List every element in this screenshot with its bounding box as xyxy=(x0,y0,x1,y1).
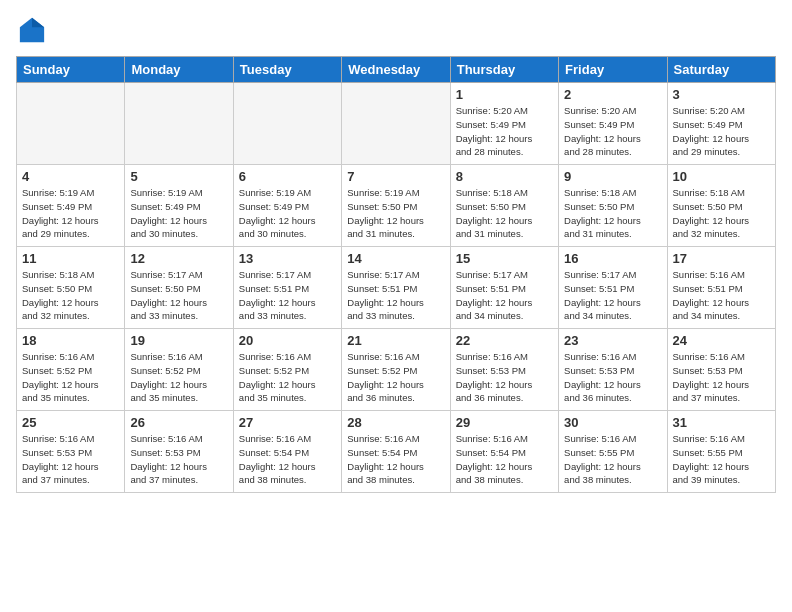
day-number: 9 xyxy=(564,169,661,184)
day-number: 8 xyxy=(456,169,553,184)
day-number: 10 xyxy=(673,169,770,184)
cell-info: Sunrise: 5:16 AMSunset: 5:53 PMDaylight:… xyxy=(22,432,119,487)
cell-info: Sunrise: 5:16 AMSunset: 5:52 PMDaylight:… xyxy=(130,350,227,405)
cell-info: Sunrise: 5:17 AMSunset: 5:51 PMDaylight:… xyxy=(347,268,444,323)
header-row: SundayMondayTuesdayWednesdayThursdayFrid… xyxy=(17,57,776,83)
day-number: 7 xyxy=(347,169,444,184)
calendar-cell: 26 Sunrise: 5:16 AMSunset: 5:53 PMDaylig… xyxy=(125,411,233,493)
cell-info: Sunrise: 5:16 AMSunset: 5:55 PMDaylight:… xyxy=(673,432,770,487)
day-number: 27 xyxy=(239,415,336,430)
week-row-3: 11 Sunrise: 5:18 AMSunset: 5:50 PMDaylig… xyxy=(17,247,776,329)
day-number: 19 xyxy=(130,333,227,348)
calendar-cell: 31 Sunrise: 5:16 AMSunset: 5:55 PMDaylig… xyxy=(667,411,775,493)
day-number: 2 xyxy=(564,87,661,102)
calendar-cell: 4 Sunrise: 5:19 AMSunset: 5:49 PMDayligh… xyxy=(17,165,125,247)
logo xyxy=(16,16,46,44)
calendar-cell: 15 Sunrise: 5:17 AMSunset: 5:51 PMDaylig… xyxy=(450,247,558,329)
cell-info: Sunrise: 5:16 AMSunset: 5:54 PMDaylight:… xyxy=(347,432,444,487)
day-number: 5 xyxy=(130,169,227,184)
col-header-tuesday: Tuesday xyxy=(233,57,341,83)
cell-info: Sunrise: 5:20 AMSunset: 5:49 PMDaylight:… xyxy=(673,104,770,159)
cell-info: Sunrise: 5:17 AMSunset: 5:51 PMDaylight:… xyxy=(564,268,661,323)
cell-info: Sunrise: 5:16 AMSunset: 5:54 PMDaylight:… xyxy=(456,432,553,487)
calendar-cell: 20 Sunrise: 5:16 AMSunset: 5:52 PMDaylig… xyxy=(233,329,341,411)
day-number: 25 xyxy=(22,415,119,430)
week-row-1: 1 Sunrise: 5:20 AMSunset: 5:49 PMDayligh… xyxy=(17,83,776,165)
calendar-cell: 30 Sunrise: 5:16 AMSunset: 5:55 PMDaylig… xyxy=(559,411,667,493)
day-number: 24 xyxy=(673,333,770,348)
calendar-cell: 9 Sunrise: 5:18 AMSunset: 5:50 PMDayligh… xyxy=(559,165,667,247)
calendar-cell: 17 Sunrise: 5:16 AMSunset: 5:51 PMDaylig… xyxy=(667,247,775,329)
cell-info: Sunrise: 5:16 AMSunset: 5:53 PMDaylight:… xyxy=(456,350,553,405)
week-row-2: 4 Sunrise: 5:19 AMSunset: 5:49 PMDayligh… xyxy=(17,165,776,247)
cell-info: Sunrise: 5:16 AMSunset: 5:52 PMDaylight:… xyxy=(22,350,119,405)
day-number: 20 xyxy=(239,333,336,348)
calendar-cell xyxy=(17,83,125,165)
calendar-cell: 13 Sunrise: 5:17 AMSunset: 5:51 PMDaylig… xyxy=(233,247,341,329)
day-number: 11 xyxy=(22,251,119,266)
cell-info: Sunrise: 5:16 AMSunset: 5:52 PMDaylight:… xyxy=(347,350,444,405)
calendar-cell xyxy=(342,83,450,165)
calendar-cell: 25 Sunrise: 5:16 AMSunset: 5:53 PMDaylig… xyxy=(17,411,125,493)
day-number: 30 xyxy=(564,415,661,430)
calendar-cell: 18 Sunrise: 5:16 AMSunset: 5:52 PMDaylig… xyxy=(17,329,125,411)
calendar-cell: 11 Sunrise: 5:18 AMSunset: 5:50 PMDaylig… xyxy=(17,247,125,329)
calendar-cell: 27 Sunrise: 5:16 AMSunset: 5:54 PMDaylig… xyxy=(233,411,341,493)
calendar-cell xyxy=(233,83,341,165)
day-number: 15 xyxy=(456,251,553,266)
day-number: 14 xyxy=(347,251,444,266)
day-number: 31 xyxy=(673,415,770,430)
day-number: 13 xyxy=(239,251,336,266)
col-header-saturday: Saturday xyxy=(667,57,775,83)
day-number: 4 xyxy=(22,169,119,184)
calendar-cell: 29 Sunrise: 5:16 AMSunset: 5:54 PMDaylig… xyxy=(450,411,558,493)
day-number: 3 xyxy=(673,87,770,102)
cell-info: Sunrise: 5:19 AMSunset: 5:49 PMDaylight:… xyxy=(239,186,336,241)
day-number: 6 xyxy=(239,169,336,184)
day-number: 12 xyxy=(130,251,227,266)
calendar-cell: 23 Sunrise: 5:16 AMSunset: 5:53 PMDaylig… xyxy=(559,329,667,411)
calendar-cell: 19 Sunrise: 5:16 AMSunset: 5:52 PMDaylig… xyxy=(125,329,233,411)
day-number: 28 xyxy=(347,415,444,430)
week-row-4: 18 Sunrise: 5:16 AMSunset: 5:52 PMDaylig… xyxy=(17,329,776,411)
calendar-cell: 22 Sunrise: 5:16 AMSunset: 5:53 PMDaylig… xyxy=(450,329,558,411)
col-header-sunday: Sunday xyxy=(17,57,125,83)
calendar-cell: 7 Sunrise: 5:19 AMSunset: 5:50 PMDayligh… xyxy=(342,165,450,247)
week-row-5: 25 Sunrise: 5:16 AMSunset: 5:53 PMDaylig… xyxy=(17,411,776,493)
cell-info: Sunrise: 5:18 AMSunset: 5:50 PMDaylight:… xyxy=(673,186,770,241)
calendar-cell: 5 Sunrise: 5:19 AMSunset: 5:49 PMDayligh… xyxy=(125,165,233,247)
day-number: 17 xyxy=(673,251,770,266)
cell-info: Sunrise: 5:19 AMSunset: 5:49 PMDaylight:… xyxy=(22,186,119,241)
day-number: 18 xyxy=(22,333,119,348)
cell-info: Sunrise: 5:16 AMSunset: 5:53 PMDaylight:… xyxy=(564,350,661,405)
day-number: 29 xyxy=(456,415,553,430)
day-number: 21 xyxy=(347,333,444,348)
calendar-cell: 8 Sunrise: 5:18 AMSunset: 5:50 PMDayligh… xyxy=(450,165,558,247)
header xyxy=(16,16,776,44)
calendar-cell xyxy=(125,83,233,165)
cell-info: Sunrise: 5:17 AMSunset: 5:51 PMDaylight:… xyxy=(239,268,336,323)
calendar-cell: 24 Sunrise: 5:16 AMSunset: 5:53 PMDaylig… xyxy=(667,329,775,411)
col-header-friday: Friday xyxy=(559,57,667,83)
calendar-cell: 21 Sunrise: 5:16 AMSunset: 5:52 PMDaylig… xyxy=(342,329,450,411)
cell-info: Sunrise: 5:16 AMSunset: 5:54 PMDaylight:… xyxy=(239,432,336,487)
cell-info: Sunrise: 5:19 AMSunset: 5:49 PMDaylight:… xyxy=(130,186,227,241)
calendar-cell: 6 Sunrise: 5:19 AMSunset: 5:49 PMDayligh… xyxy=(233,165,341,247)
calendar-cell: 3 Sunrise: 5:20 AMSunset: 5:49 PMDayligh… xyxy=(667,83,775,165)
cell-info: Sunrise: 5:18 AMSunset: 5:50 PMDaylight:… xyxy=(564,186,661,241)
day-number: 26 xyxy=(130,415,227,430)
calendar-cell: 2 Sunrise: 5:20 AMSunset: 5:49 PMDayligh… xyxy=(559,83,667,165)
page-container: SundayMondayTuesdayWednesdayThursdayFrid… xyxy=(0,0,792,501)
cell-info: Sunrise: 5:16 AMSunset: 5:51 PMDaylight:… xyxy=(673,268,770,323)
col-header-thursday: Thursday xyxy=(450,57,558,83)
cell-info: Sunrise: 5:16 AMSunset: 5:55 PMDaylight:… xyxy=(564,432,661,487)
calendar-cell: 16 Sunrise: 5:17 AMSunset: 5:51 PMDaylig… xyxy=(559,247,667,329)
cell-info: Sunrise: 5:20 AMSunset: 5:49 PMDaylight:… xyxy=(564,104,661,159)
day-number: 23 xyxy=(564,333,661,348)
cell-info: Sunrise: 5:18 AMSunset: 5:50 PMDaylight:… xyxy=(456,186,553,241)
cell-info: Sunrise: 5:16 AMSunset: 5:53 PMDaylight:… xyxy=(673,350,770,405)
calendar-cell: 1 Sunrise: 5:20 AMSunset: 5:49 PMDayligh… xyxy=(450,83,558,165)
day-number: 16 xyxy=(564,251,661,266)
cell-info: Sunrise: 5:18 AMSunset: 5:50 PMDaylight:… xyxy=(22,268,119,323)
cell-info: Sunrise: 5:17 AMSunset: 5:51 PMDaylight:… xyxy=(456,268,553,323)
